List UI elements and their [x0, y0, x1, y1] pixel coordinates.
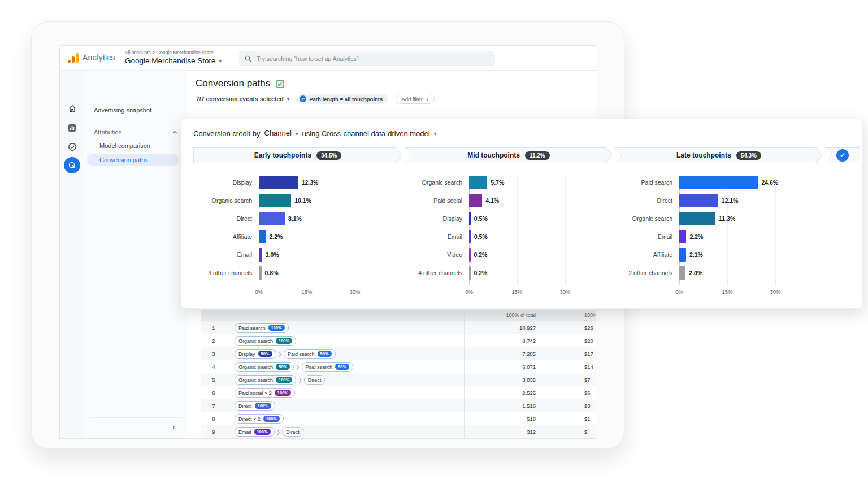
- chevron-up-icon[interactable]: [172, 130, 177, 134]
- bar[interactable]: [469, 230, 471, 243]
- bar[interactable]: [259, 212, 285, 225]
- caret-down-icon[interactable]: ▾: [296, 131, 298, 137]
- bar-label: Organic search: [196, 197, 252, 204]
- bar-row: Organic search5.7%: [406, 173, 609, 191]
- chevron-right-icon: ❯: [278, 351, 283, 357]
- x-tick-label: 0%: [465, 289, 473, 295]
- model-dropdown-label[interactable]: using Cross-channel data-driven model: [302, 129, 429, 138]
- channel-label: Direct × 2: [238, 416, 261, 422]
- bar-label: Affiliate: [196, 233, 252, 240]
- table-header-row: 100% of total 100% o: [201, 310, 596, 321]
- bar-row: 4 other channels0.2%: [406, 264, 609, 282]
- conversion-events-dropdown[interactable]: 7/7 conversion events selected ▾: [196, 95, 289, 102]
- sidebar-item-label: Conversion paths: [99, 156, 148, 163]
- path-chip: Email100%: [235, 427, 275, 437]
- attribution-model-card: Conversion credit by Channel ▾ using Cro…: [181, 119, 863, 309]
- add-filter-button[interactable]: Add filter +: [396, 94, 435, 104]
- dimension-dropdown[interactable]: Channel: [264, 129, 292, 138]
- sidebar-item-model-comparison[interactable]: Model comparison: [99, 142, 150, 149]
- bar[interactable]: [679, 266, 685, 280]
- bar-value: 2.1%: [689, 251, 703, 258]
- channel-label: Direct: [238, 403, 252, 409]
- path-chip: Direct: [282, 427, 303, 437]
- collapse-sidebar-icon[interactable]: ‹: [172, 422, 175, 432]
- touchpoint-stage-early[interactable]: Early touchpoints 34.5%: [193, 147, 402, 163]
- data-quality-icon[interactable]: [276, 80, 284, 88]
- bar[interactable]: [679, 212, 715, 225]
- channel-label: Direct: [308, 377, 322, 383]
- row-index: 7: [208, 403, 219, 409]
- reports-icon[interactable]: [60, 124, 84, 132]
- explore-icon[interactable]: [60, 142, 84, 151]
- x-tick-label: 30%: [559, 289, 570, 295]
- caret-down-icon[interactable]: ▾: [434, 131, 437, 137]
- bar-value: 24.6%: [761, 179, 778, 186]
- x-tick-label: 0%: [255, 289, 263, 295]
- bar[interactable]: [469, 266, 471, 280]
- bar-value: 0.8%: [265, 269, 279, 276]
- bar-value: 2.2%: [689, 233, 703, 240]
- channel-label: Paid search: [288, 351, 315, 357]
- bar[interactable]: [679, 176, 758, 189]
- breadcrumb[interactable]: All accounts > Google Merchandise Store: [125, 50, 222, 55]
- row-index: 8: [208, 416, 219, 422]
- bar[interactable]: [679, 248, 686, 262]
- search-input[interactable]: Try searching "how to set up Analytics": [239, 51, 495, 66]
- touchpoint-stage-mid[interactable]: Mid touchpoints 11.2%: [405, 147, 613, 163]
- home-icon[interactable]: [60, 104, 84, 113]
- path-length-filter-chip[interactable]: P Path length = all touchpoints: [297, 94, 388, 104]
- path-length-icon: P: [300, 95, 306, 102]
- column-header-total: 100% of total: [506, 312, 536, 318]
- table-row: 1Paid search100%10,927$26: [201, 321, 596, 334]
- bar[interactable]: [679, 230, 686, 243]
- stage-share-badge: 54.3%: [736, 151, 761, 160]
- nav-bottom-divider: [91, 417, 180, 418]
- bar[interactable]: [259, 266, 262, 280]
- advertising-icon[interactable]: [60, 157, 84, 173]
- bar-row: Email0.5%: [406, 228, 609, 246]
- table-column-divider: [464, 310, 465, 439]
- bar-row: Video0.2%: [406, 246, 609, 264]
- bar[interactable]: [469, 212, 471, 225]
- bar-value: 12.1%: [722, 197, 739, 204]
- bar-row: Direct8.1%: [196, 210, 399, 228]
- bar[interactable]: [259, 248, 262, 262]
- bar[interactable]: [679, 194, 718, 207]
- bar[interactable]: [259, 194, 291, 207]
- row-index: 2: [208, 338, 219, 344]
- bar-label: 2 other channels: [616, 269, 672, 276]
- sidebar-item-conversion-paths[interactable]: Conversion paths: [87, 154, 179, 166]
- bar-label: 3 other channels: [196, 269, 252, 276]
- table-row: 8Direct × 2100%518$1: [201, 412, 596, 425]
- bar[interactable]: [469, 194, 482, 207]
- channel-label: Paid search: [306, 364, 333, 370]
- cell-revenue: $6: [584, 390, 591, 396]
- bar-label: Email: [616, 233, 672, 240]
- nav-divider: [91, 125, 180, 125]
- chart-mid-touchpoints: Organic search5.7%Paid social4.1%Display…: [406, 173, 609, 303]
- path-chip: Paid search50%: [302, 362, 354, 372]
- credit-badge: 100%: [276, 338, 292, 344]
- bar[interactable]: [259, 230, 266, 243]
- bar-row: Display0.5%: [406, 210, 609, 228]
- path-chips: Direct100%: [235, 401, 275, 411]
- bar-row: Email2.2%: [616, 228, 819, 246]
- bar[interactable]: [469, 176, 487, 189]
- property-selector[interactable]: Google Merchandise Store ▾: [125, 56, 222, 65]
- bar-label: Video: [406, 251, 462, 258]
- cell-total: 518: [527, 416, 536, 422]
- bar-label: 4 other channels: [406, 269, 462, 276]
- credit-badge: 50%: [258, 351, 272, 357]
- bar[interactable]: [469, 248, 471, 262]
- caret-down-icon: ▾: [287, 96, 290, 102]
- stage-label: Mid touchpoints: [467, 151, 520, 159]
- credit-badge: 100%: [268, 325, 285, 331]
- stage-selected-indicator[interactable]: ✓: [825, 147, 860, 163]
- bar-row: Email1.0%: [196, 246, 399, 264]
- bar-label: Paid search: [616, 179, 672, 186]
- sidebar-item-advertising-snapshot[interactable]: Advertising snapshot: [94, 107, 151, 114]
- table-row: 4Organic search50%❯Paid search50%6,071$1…: [201, 360, 596, 373]
- touchpoint-stage-late[interactable]: Late touchpoints 54.3%: [615, 147, 823, 163]
- sidebar-section-attribution[interactable]: Attribution: [94, 129, 122, 136]
- bar[interactable]: [259, 176, 298, 189]
